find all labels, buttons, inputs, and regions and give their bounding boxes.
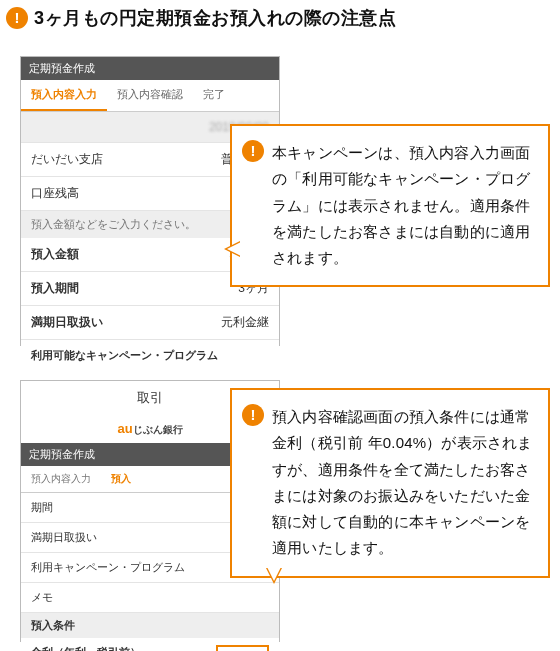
shot-a-bar: 定期預金作成 [21, 57, 279, 80]
brand-jibun: じぶん銀行 [133, 424, 183, 435]
b-memo-label: メモ [31, 590, 53, 605]
b-maturity-label: 満期日取扱い [31, 530, 97, 545]
b-term-label: 期間 [31, 500, 53, 515]
callout-campaign-not-listed: ! 本キャンペーンは、預入内容入力画面の「利用可能なキャンペーン・プログラム」に… [230, 124, 550, 287]
svg-text:!: ! [250, 142, 255, 159]
brand-au: au [117, 421, 132, 436]
callout-rate-display: ! 預入内容確認画面の預入条件には通常金利（税引前 年0.04%）が表示されます… [230, 388, 550, 578]
campaign-list-header: 利用可能なキャンペーン・プログラム [21, 340, 279, 371]
balance-label: 口座残高 [31, 185, 79, 202]
term-label: 預入期間 [31, 280, 79, 297]
svg-text:!: ! [15, 9, 20, 26]
tab-confirm: 預入内容確認 [107, 80, 193, 111]
callout-a-text: 本キャンペーンは、預入内容入力画面の「利用可能なキャンペーン・プログラム」には表… [272, 144, 530, 266]
alert-icon: ! [242, 404, 264, 426]
alert-icon: ! [6, 7, 28, 29]
tab-b-confirm: 預入 [101, 466, 141, 492]
deposit-conditions-header: 預入条件 [21, 613, 279, 638]
callout-b-text: 預入内容確認画面の預入条件には通常金利（税引前 年0.04%）が表示されますが、… [272, 408, 533, 556]
shot-a-tabs: 預入内容入力 預入内容確認 完了 [21, 80, 279, 112]
maturity-handling-label: 満期日取扱い [31, 314, 103, 331]
header: ! 3ヶ月もの円定期預金お預入れの際の注意点 [0, 0, 560, 40]
svg-text:!: ! [250, 406, 255, 423]
rate-label: 金利（年利・税引前） [31, 645, 141, 651]
tab-b-input: 預入内容入力 [21, 466, 101, 492]
alert-icon: ! [242, 140, 264, 162]
maturity-handling-value: 元利金継 [221, 314, 269, 331]
amount-label: 預入金額 [31, 246, 79, 263]
tab-input: 預入内容入力 [21, 80, 107, 111]
page-title: 3ヶ月もの円定期預金お預入れの際の注意点 [34, 6, 396, 30]
b-campaign-label: 利用キャンペーン・プログラム [31, 560, 185, 575]
rate-value: 0.040% [216, 645, 269, 651]
tab-done: 完了 [193, 80, 235, 111]
branch-label: だいだい支店 [31, 151, 103, 168]
